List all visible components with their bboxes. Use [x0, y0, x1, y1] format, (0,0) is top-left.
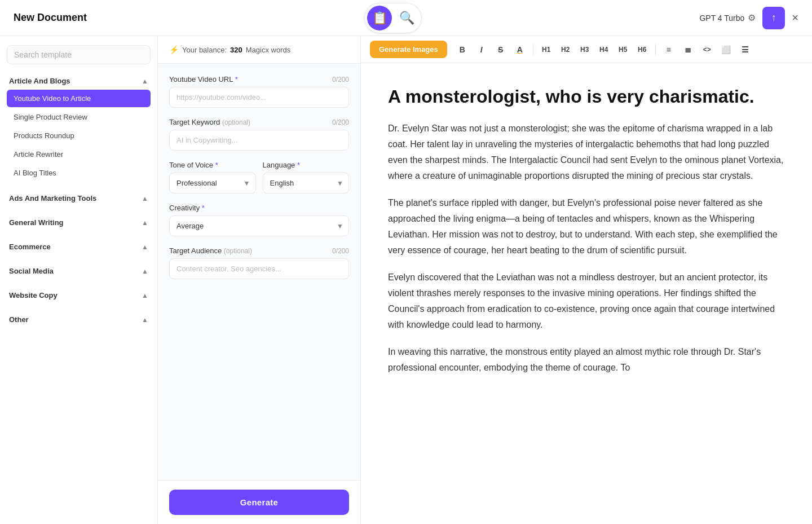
creativity-group: Creativity * Low Average High Very High …	[169, 204, 349, 236]
toggle-option-document[interactable]: 📋	[367, 6, 392, 30]
sidebar-section-header-other[interactable]: Other ▲	[7, 312, 151, 327]
h5-button[interactable]: H5	[615, 41, 632, 58]
youtube-url-counter: 0/200	[332, 76, 349, 83]
editor-paragraph-3: Evelyn discovered that the Leviathan was…	[388, 270, 785, 333]
sidebar-section-ecommerce: Ecommerce ▲	[7, 239, 151, 254]
h2-button[interactable]: H2	[557, 41, 574, 58]
text-color-button[interactable]: A	[511, 41, 528, 58]
creativity-select-wrapper: Low Average High Very High ▼	[169, 215, 349, 236]
gpt-badge: GPT 4 Turbo ⚙	[699, 12, 756, 23]
tone-select-wrapper: Professional Casual Formal Friendly Humo…	[169, 173, 256, 193]
target-keyword-input[interactable]	[169, 130, 349, 151]
topbar-right: GPT 4 Turbo ⚙ ↑ ×	[699, 7, 798, 29]
chevron-up-icon-ads: ▲	[142, 195, 148, 202]
sidebar-section-label-gw: General Writing	[9, 218, 64, 227]
tone-select[interactable]: Professional Casual Formal Friendly Humo…	[169, 173, 256, 193]
balance-text: Your balance:	[182, 46, 227, 54]
main-layout: Article And Blogs ▲ Youtube Video to Art…	[0, 36, 812, 524]
close-button[interactable]: ×	[792, 11, 798, 24]
strikethrough-button[interactable]: S	[492, 41, 509, 58]
target-audience-input[interactable]	[169, 258, 349, 279]
sidebar-item-products-roundup[interactable]: Products Roundup	[7, 127, 151, 144]
sidebar-item-single-product-review[interactable]: Single Product Review	[7, 108, 151, 126]
sidebar-section-label-other: Other	[9, 315, 29, 324]
settings-icon[interactable]: ⚙	[748, 12, 756, 23]
creativity-select[interactable]: Low Average High Very High	[169, 215, 349, 236]
center-panel: ⚡ Your balance: 320 Magicx words Youtube…	[158, 36, 361, 524]
sidebar: Article And Blogs ▲ Youtube Video to Art…	[0, 36, 158, 524]
sidebar-item-ai-blog-titles[interactable]: AI Blog Titles	[7, 164, 151, 182]
sidebar-section-header-ads[interactable]: Ads And Marketing Tools ▲	[7, 191, 151, 206]
h1-button[interactable]: H1	[538, 41, 555, 58]
youtube-url-input[interactable]	[169, 87, 349, 108]
editor-paragraph-4: In weaving this narrative, the monstrous…	[388, 344, 785, 376]
tone-label: Tone of Voice *	[169, 161, 218, 169]
generate-button[interactable]: Generate	[169, 490, 349, 515]
chevron-up-icon-wc: ▲	[142, 292, 148, 300]
gpt-label: GPT 4 Turbo	[699, 14, 744, 23]
sidebar-section-header-website-copy[interactable]: Website Copy ▲	[7, 288, 151, 303]
youtube-url-label: Youtube Video URL *	[169, 75, 238, 83]
target-keyword-label: Target Keyword (optional)	[169, 118, 250, 126]
editor-paragraph-1: Dr. Evelyn Star was not just a monsterol…	[388, 121, 785, 184]
language-select[interactable]: English Spanish French German Italian	[263, 173, 350, 193]
sidebar-item-youtube-video-to-article[interactable]: Youtube Video to Article	[7, 90, 151, 107]
editor-toolbar: Generate Images B I S A H1 H2 H3 H4 H5 H…	[361, 36, 812, 63]
chevron-up-icon-gw: ▲	[142, 219, 148, 227]
sidebar-section-website-copy: Website Copy ▲	[7, 288, 151, 303]
bold-button[interactable]: B	[454, 41, 471, 58]
italic-button[interactable]: I	[473, 41, 490, 58]
search-input[interactable]	[7, 45, 151, 64]
tone-group: Tone of Voice * Professional Casual Form…	[169, 161, 256, 193]
editor-heading: A monsterologist, who is very charismati…	[388, 86, 785, 107]
sidebar-section-header-social-media[interactable]: Social Media ▲	[7, 263, 151, 279]
ordered-list-button[interactable]: ≣	[679, 41, 696, 58]
topbar: New Document 📋 🔍 GPT 4 Turbo ⚙ ↑ ×	[0, 0, 812, 36]
sidebar-section-other: Other ▲	[7, 312, 151, 327]
language-select-wrapper: English Spanish French German Italian ▼	[263, 173, 350, 193]
toggle-pill: 📋 🔍	[364, 3, 422, 33]
target-audience-group: Target Audience (optional) 0/200	[169, 246, 349, 279]
tone-language-row: Tone of Voice * Professional Casual Form…	[169, 161, 349, 204]
image-button[interactable]: ⬜	[718, 41, 735, 58]
chevron-up-icon-other: ▲	[142, 316, 148, 324]
creativity-label: Creativity *	[169, 204, 205, 212]
balance-bar: ⚡ Your balance: 320 Magicx words	[158, 36, 360, 64]
generate-images-button[interactable]: Generate Images	[370, 41, 447, 58]
editor-content: A monsterologist, who is very charismati…	[361, 63, 812, 524]
sidebar-section-label-sm: Social Media	[9, 267, 54, 275]
h4-button[interactable]: H4	[595, 41, 612, 58]
h3-button[interactable]: H3	[576, 41, 593, 58]
sidebar-section-header-article-blogs[interactable]: Article And Blogs ▲	[7, 73, 151, 89]
sidebar-section-label: Article And Blogs	[9, 77, 70, 85]
sidebar-item-article-rewriter[interactable]: Article Rewriter	[7, 146, 151, 163]
chevron-up-icon-sm: ▲	[142, 267, 148, 275]
editor-panel: Generate Images B I S A H1 H2 H3 H4 H5 H…	[361, 36, 812, 524]
sidebar-section-header-ecommerce[interactable]: Ecommerce ▲	[7, 239, 151, 254]
page-title: New Document	[14, 12, 87, 24]
sidebar-section-article-blogs: Article And Blogs ▲ Youtube Video to Art…	[7, 73, 151, 182]
code-button[interactable]: <>	[699, 41, 716, 58]
form-content: Youtube Video URL * 0/200 Target Keyword…	[158, 64, 360, 480]
language-label: Language *	[263, 161, 301, 169]
sidebar-section-social-media: Social Media ▲	[7, 263, 151, 279]
chevron-up-icon-ec: ▲	[142, 243, 148, 251]
sidebar-section-ads: Ads And Marketing Tools ▲	[7, 191, 151, 206]
h6-button[interactable]: H6	[634, 41, 651, 58]
sidebar-section-general-writing: General Writing ▲	[7, 215, 151, 230]
sidebar-section-label-ec: Ecommerce	[9, 243, 51, 251]
unordered-list-button[interactable]: ≡	[660, 41, 677, 58]
balance-amount: 320	[230, 46, 242, 54]
view-toggle: 📋 🔍	[364, 3, 422, 33]
toggle-option-search[interactable]: 🔍	[394, 6, 419, 30]
sidebar-section-label-wc: Website Copy	[9, 291, 58, 300]
target-keyword-group: Target Keyword (optional) 0/200	[169, 118, 349, 151]
language-group: Language * English Spanish French German…	[263, 161, 350, 193]
editor-paragraph-2: The planet's surface rippled with danger…	[388, 195, 785, 258]
sidebar-section-header-general-writing[interactable]: General Writing ▲	[7, 215, 151, 230]
upload-button[interactable]: ↑	[762, 7, 785, 29]
center-footer: Generate	[158, 480, 360, 524]
more-options-button[interactable]: ☰	[737, 41, 754, 58]
sidebar-section-label-ads: Ads And Marketing Tools	[9, 194, 96, 202]
toolbar-divider-2	[655, 44, 656, 55]
